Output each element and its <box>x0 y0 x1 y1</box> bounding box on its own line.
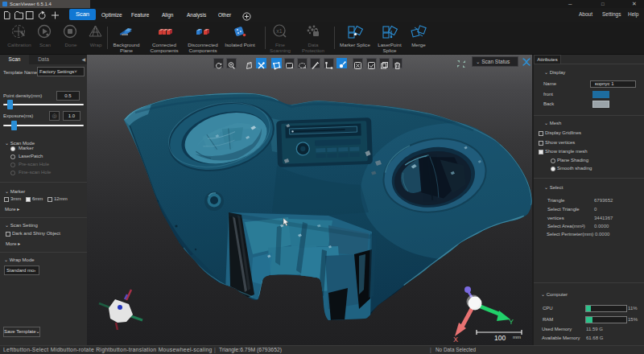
svg-text:100: 100 <box>494 334 506 342</box>
svg-text:X: X <box>453 335 458 344</box>
svg-text:mm: mm <box>513 335 521 340</box>
svg-text:x1: x1 <box>276 28 283 34</box>
svg-text:Y: Y <box>509 318 514 326</box>
